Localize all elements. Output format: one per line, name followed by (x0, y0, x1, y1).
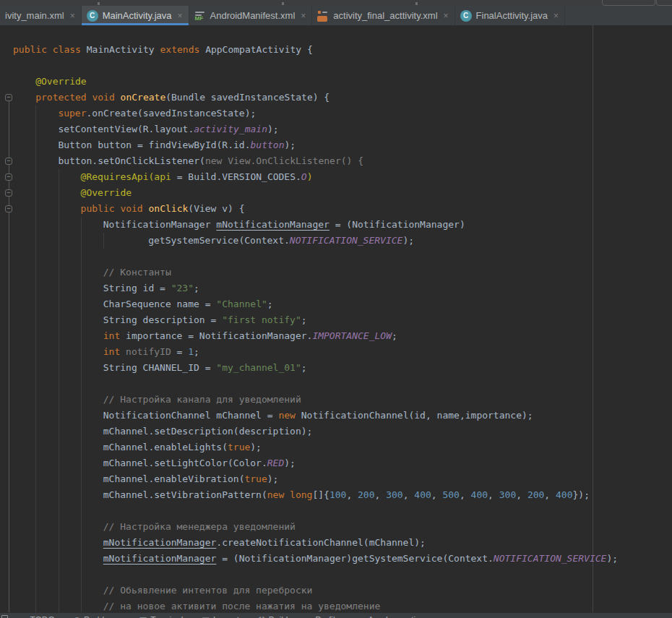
tool-window-button-app-inspection[interactable]: ▪App Inspection (361, 615, 425, 618)
code-line[interactable]: String description = "first notify"; (0, 312, 618, 328)
code-line[interactable]: mChannel.setLightColor(Color.RED); (0, 455, 618, 471)
code-line[interactable]: setContentView(R.layout.activity_main); (0, 121, 618, 137)
code-token: mChannel.setDescription(description); (103, 426, 313, 437)
code-line[interactable]: int importance = NotificationManager.IMP… (0, 328, 618, 344)
code-line[interactable]: public class MainActivity extends AppCom… (0, 42, 618, 58)
code-token: importance = NotificationManager. (126, 330, 312, 341)
tool-window-button-terminal[interactable]: ▣Terminal (139, 615, 184, 618)
code-token: 400 (414, 489, 431, 500)
tool-window-button-todo[interactable]: ≡TODO (22, 615, 55, 618)
fold-marker[interactable]: − (5, 158, 12, 165)
device-button-group[interactable] (656, 0, 672, 6)
code-line[interactable]: mChannel.setVibrationPattern(new long[]{… (0, 487, 618, 503)
code-token: // Константы (103, 267, 171, 278)
code-token: String description = (103, 314, 222, 325)
fold-marker[interactable]: − (5, 189, 12, 197)
tool-window-button-profiler[interactable]: ◔Profiler (307, 615, 343, 618)
code-token: public void (81, 203, 149, 214)
code-line[interactable]: // Обьявление интентов для переброски (0, 583, 618, 598)
todo-icon: ≡ (22, 615, 26, 618)
code-line[interactable]: button.setOnClickListener(new View.OnCli… (0, 153, 618, 169)
fold-marker[interactable]: − (5, 205, 12, 213)
fold-marker[interactable]: − (5, 173, 12, 181)
code-line[interactable]: @RequiresApi(api = Build.VERSION_CODES.O… (0, 169, 618, 185)
tool-window-button-build[interactable]: ⚒Build (258, 615, 288, 618)
code-line[interactable]: @Override (0, 74, 618, 90)
close-tab-icon[interactable]: × (301, 11, 306, 21)
code-token: button (251, 140, 285, 150)
tab-finalacttivity-java[interactable]: CFinalActtivity.java× (455, 6, 565, 25)
tool-window-stripe-icon[interactable] (1, 615, 8, 618)
code-token: AppCompatActivity { (205, 44, 313, 55)
code-token: "Channel" (216, 299, 267, 309)
code-line[interactable]: String id = "23"; (0, 280, 618, 296)
code-token: , (403, 489, 415, 500)
tab-androidmanifest-xml[interactable]: MFAndroidManifest.xml× (189, 6, 313, 25)
code-line[interactable]: mNotificationManager = (NotificationMana… (0, 551, 618, 567)
code-token: activity_main (194, 124, 267, 134)
code-line[interactable]: getSystemService(Context.NOTIFICATION_SE… (0, 233, 618, 249)
code-line[interactable]: mChannel.enableLights(true); (0, 439, 618, 455)
code-line[interactable]: @Override (0, 185, 618, 201)
code-token: O (301, 171, 307, 182)
code-line[interactable]: mChannel.setDescription(description); (0, 424, 618, 439)
android-studio-window: ivity_main.xml×CMainActivity.java×MFAndr… (0, 0, 672, 618)
tab-activity-final-acttivity-xml[interactable]: activity_final_acttivity.xml× (312, 6, 455, 25)
code-token: CharSequence name = (103, 299, 217, 309)
profiler-icon: ◔ (307, 615, 312, 618)
code-token: = (177, 346, 189, 357)
code-token: button.setOnClickListener( (58, 155, 205, 166)
code-token: 500 (442, 489, 459, 500)
tab-ivity-main-xml[interactable]: ivity_main.xml× (0, 6, 82, 25)
code-line[interactable]: super.onCreate(savedInstanceState); (0, 106, 618, 121)
code-content[interactable]: public class MainActivity extends AppCom… (0, 42, 618, 612)
code-token: , (516, 489, 527, 500)
code-line[interactable]: // Константы (0, 265, 618, 280)
code-line[interactable] (0, 249, 618, 265)
code-line[interactable]: mChannel.enableVibration(true); (0, 471, 618, 487)
code-token: mNotificationManager (216, 219, 329, 230)
code-line[interactable]: Button button = findViewById(R.id.button… (0, 137, 618, 153)
code-line[interactable] (0, 567, 618, 583)
close-tab-icon[interactable]: × (70, 11, 75, 21)
close-tab-icon[interactable]: × (553, 11, 559, 21)
tab-mainactivity-java[interactable]: CMainActivity.java× (82, 6, 189, 25)
code-token: mChannel.enableVibration( (103, 473, 245, 484)
code-token: 400 (556, 489, 572, 500)
code-token: , (346, 489, 358, 500)
tab-label: ivity_main.xml (5, 10, 64, 21)
run-configuration-button-group[interactable] (602, 0, 655, 6)
code-token: public class (13, 44, 87, 55)
code-token: @Override (35, 76, 86, 87)
fold-marker[interactable]: − (5, 94, 12, 101)
layout-xml-file-icon (317, 10, 329, 22)
close-tab-icon[interactable]: × (177, 11, 182, 21)
code-line[interactable]: protected void onCreate(Bundle savedInst… (0, 90, 618, 106)
code-line[interactable]: NotificationChannel mChannel = new Notif… (0, 408, 618, 424)
code-line[interactable]: mNotificationManager.createNotificationC… (0, 535, 618, 551)
code-line[interactable] (0, 376, 618, 392)
code-line[interactable]: int notifyID = 1; (0, 344, 618, 360)
code-line[interactable]: // Настройка канала для уведомлений (0, 392, 618, 408)
code-line[interactable]: String CHANNEL_ID = "my_channel_01"; (0, 360, 618, 376)
code-line[interactable]: // на новое активити после нажатия на ув… (0, 598, 618, 612)
code-token: mNotificationManager (103, 553, 217, 564)
code-token: new long (267, 489, 313, 500)
code-token: NotificationManager (103, 219, 217, 230)
tool-window-button-logcat[interactable]: ▤Logcat (202, 615, 239, 618)
code-line[interactable]: NotificationManager mNotificationManager… (0, 217, 618, 233)
code-line[interactable] (0, 503, 618, 519)
tool-window-button-problems[interactable]: ⊙Problems (74, 615, 121, 618)
code-token: 100 (329, 489, 346, 500)
code-editor[interactable]: public class MainActivity extends AppCom… (0, 25, 672, 612)
code-line[interactable]: CharSequence name = "Channel"; (0, 296, 618, 312)
code-token: int (103, 346, 126, 357)
code-token: true (228, 442, 250, 452)
code-line[interactable] (0, 58, 618, 74)
java-class-icon: C (460, 10, 472, 22)
code-token: 200 (527, 489, 544, 500)
code-token: ; (301, 362, 307, 373)
code-line[interactable]: // Настройка менеджера уведомлений (0, 519, 618, 535)
code-line[interactable]: public void onClick(View v) { (0, 201, 618, 217)
close-tab-icon[interactable]: × (444, 11, 449, 21)
